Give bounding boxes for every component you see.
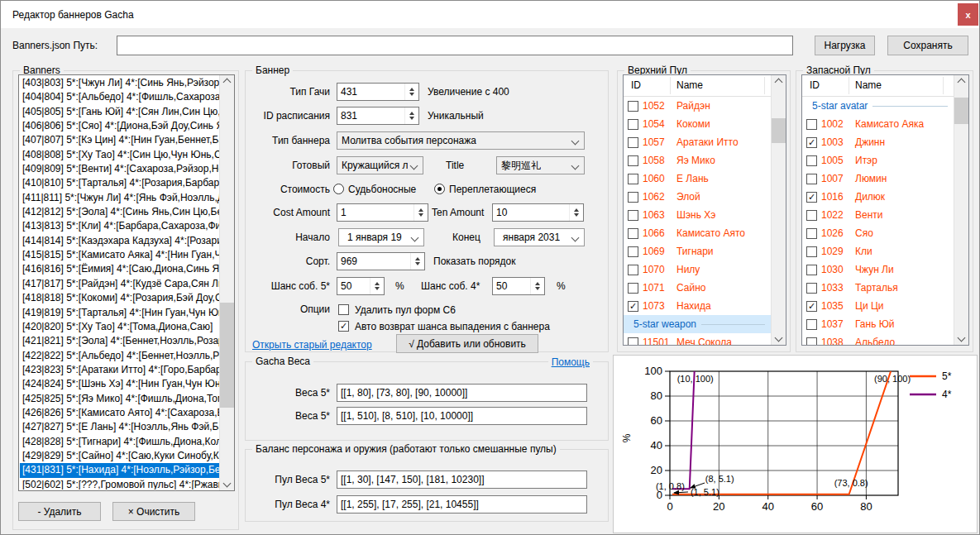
banner-list-item[interactable]: [403|803] 5*:[Чжун Ли] 4*:[Синь Янь,Рэйз… <box>20 76 219 90</box>
pool-item-row[interactable]: ✓1022Венти <box>802 206 954 224</box>
scroll-up-icon[interactable] <box>220 75 234 89</box>
delete-banner-button[interactable]: - Удалить <box>18 502 101 521</box>
pool-item-checkbox[interactable]: ✓ <box>628 337 638 346</box>
ten-amount-spinner[interactable]: 10 <box>492 203 584 222</box>
banner-list-item[interactable]: [428|828] 5*:[Тигнари] 4*:[Фишль,Диона,К… <box>20 435 219 449</box>
pool-item-checkbox[interactable]: ✓ <box>628 137 638 148</box>
spinner-arrows-icon[interactable] <box>370 278 384 294</box>
pool-item-row[interactable]: ✓1073Нахида <box>624 297 772 315</box>
banner-list-item[interactable]: [413|813] 5*:[Кли] 4*:[Барбара,Сахароза,… <box>20 219 219 233</box>
path-input[interactable] <box>117 36 793 55</box>
pool-item-checkbox[interactable]: ✓ <box>806 283 817 294</box>
banner-list-item[interactable]: [410|810] 5*:[Тарталья] 4*:[Розария,Барб… <box>20 176 219 190</box>
pool-item-checkbox[interactable]: ✓ <box>628 228 638 239</box>
intertwined-radio[interactable] <box>434 184 445 194</box>
reserve-pool-listview[interactable]: ID Name 5-star avatar✓1002Камисато Аяка✓… <box>801 74 969 346</box>
banner-list-item[interactable]: [409|809] 5*:[Венти] 4*:[Сахароза,Рэйзор… <box>20 162 219 176</box>
banner-list-item[interactable]: [423|823] 5*:[Аратаки Итто] 4*:[Горо,Бар… <box>20 363 219 377</box>
banner-list-item[interactable]: [425|825] 5*:[Яэ Мико] 4*:[Фишль,Диона,Т… <box>20 392 219 406</box>
banner-list-item[interactable]: [420|820] 5*:[Ху Тао] 4*:[Тома,Диона,Саю… <box>20 320 219 334</box>
pool-item-row[interactable]: ✓1062Элой <box>624 188 772 206</box>
pool-item-row[interactable]: ✓1038Альбедо <box>802 333 954 345</box>
banner-list-item[interactable]: [427|827] 5*:[Е Лань] 4*:[Ноэлль,Янь Фэй… <box>20 420 219 434</box>
banner-list-item[interactable]: [414|814] 5*:[Каэдэхара Кадзуха] 4*:[Роз… <box>20 234 219 248</box>
pool-item-checkbox[interactable]: ✓ <box>628 210 638 221</box>
pool-item-row[interactable]: ✓1035Ци Ци <box>802 297 954 315</box>
pool-item-row[interactable]: ✓1037Гань Юй <box>802 315 954 333</box>
prefab-combo[interactable]: Кружащийся л <box>337 156 423 174</box>
pool-item-row[interactable]: ✓1066Камисато Аято <box>624 224 772 242</box>
banner-list-item[interactable]: [421|821] 5*:[Эола] 4*:[Беннет,Ноэлль,Ро… <box>20 334 219 348</box>
pool-item-row[interactable]: ✓1054Кокоми <box>624 115 772 133</box>
pool-item-checkbox[interactable]: ✓ <box>628 155 638 166</box>
spinner-arrows-icon[interactable] <box>414 204 428 221</box>
spinner-arrows-icon[interactable] <box>404 107 418 124</box>
pool-item-row[interactable]: ✓1057Аратаки Итто <box>624 133 772 151</box>
sort-spinner[interactable]: 969 <box>337 252 425 270</box>
load-button[interactable]: Нагрузка <box>815 36 875 55</box>
start-date-combo[interactable]: 1 января 19 <box>338 228 424 246</box>
scroll-down-icon[interactable] <box>220 476 234 490</box>
fate-radio[interactable] <box>333 184 344 194</box>
banners-listbox[interactable]: [403|803] 5*:[Чжун Ли] 4*:[Синь Янь,Рэйз… <box>18 74 235 491</box>
pool-item-checkbox[interactable]: ✓ <box>806 155 817 166</box>
chance5-spinner[interactable]: 50 <box>337 277 385 295</box>
pool-weights4-input[interactable]: [[1, 255], [17, 255], [21, 10455]] <box>337 495 587 514</box>
add-or-update-button[interactable]: √ Добавить или обновить <box>396 334 538 353</box>
pool-item-checkbox[interactable]: ✓ <box>806 246 817 257</box>
pool-item-row[interactable]: ✓1052Райдэн <box>624 97 772 115</box>
pool-item-row[interactable]: ✓1016Дилюк <box>802 188 954 206</box>
pool-item-row[interactable]: ✓1007Люмин <box>802 170 954 188</box>
cost-amount-spinner[interactable]: 1 <box>337 203 428 222</box>
pool-item-row[interactable]: ✓1026Сяо <box>802 224 954 242</box>
banner-list-item[interactable]: [431|831] 5*:[Нахида] 4*:[Ноэлль,Рэйзор,… <box>20 463 219 477</box>
remove-s6-pool-checkbox[interactable]: ✓ <box>338 304 349 315</box>
auto-return-chance-checkbox[interactable]: ✓ <box>338 321 349 332</box>
close-button[interactable]: x <box>958 3 978 26</box>
open-old-editor-link[interactable]: Открыть старый редактор <box>252 339 372 351</box>
pool-item-checkbox[interactable]: ✓ <box>806 228 817 239</box>
banner-list-item[interactable]: [404|804] 5*:[Альбедо] 4*:[Фишль,Сахароз… <box>20 90 219 104</box>
upper-pool-listview[interactable]: ID Name ✓1052Райдэн✓1054Кокоми✓1057Арата… <box>623 74 786 346</box>
pool-item-checkbox[interactable]: ✓ <box>806 319 817 330</box>
spinner-arrows-icon[interactable] <box>410 253 424 270</box>
save-button[interactable]: Сохранять <box>887 36 968 55</box>
banner-list-item[interactable]: [419|819] 5*:[Тарталья] 4*:[Нин Гуан,Чун… <box>20 306 219 320</box>
banner-list-item[interactable]: [424|824] 5*:[Шэнь Хэ] 4*:[Нин Гуан,Чун … <box>20 377 219 391</box>
reserve-pool-scrollbar-thumb[interactable] <box>954 98 968 124</box>
banner-list-item[interactable]: [502|602] 5*:[???,Громовой пульс] 4*:[Рж… <box>20 478 219 490</box>
banner-list-item[interactable]: [411|811] 5*:[Чжун Ли] 4*:[Янь Фэй,Ноэлл… <box>20 191 219 205</box>
pool-item-checkbox[interactable]: ✓ <box>806 265 817 275</box>
weights5b-input[interactable]: [[1, 510], [8, 510], [10, 10000]] <box>337 407 587 425</box>
scroll-down-icon[interactable] <box>954 331 968 345</box>
banners-scrollbar-thumb[interactable] <box>220 303 234 408</box>
pool-item-row[interactable]: ✓1030Чжун Ли <box>802 260 954 279</box>
pool-item-row[interactable]: ✓1033Тарталья <box>802 279 954 297</box>
pool-item-checkbox[interactable]: ✓ <box>806 174 817 184</box>
weights5-input[interactable]: [[1, 80], [73, 80], [90, 10000]] <box>337 384 587 402</box>
banner-list-item[interactable]: [422|822] 5*:[Альбедо] 4*:[Беннет,Ноэлль… <box>20 349 219 363</box>
banner-list-item[interactable]: [407|807] 5*:[Кэ Цин] 4*:[Нин Гуан,Бенне… <box>20 133 219 147</box>
pool-item-row[interactable]: ✓11501Меч Сокола <box>624 333 772 345</box>
schedule-id-spinner[interactable]: 831 <box>337 107 419 125</box>
scroll-up-icon[interactable] <box>772 75 786 89</box>
pool-item-checkbox[interactable]: ✓ <box>628 265 638 275</box>
pool-item-checkbox[interactable]: ✓ <box>806 192 817 203</box>
spinner-arrows-icon[interactable] <box>404 84 418 100</box>
banner-list-item[interactable]: [415|815] 5*:[Камисато Аяка] 4*:[Нин Гуа… <box>20 248 219 262</box>
pool-item-checkbox[interactable]: ✓ <box>628 301 638 312</box>
clear-banners-button[interactable]: × Очистить <box>112 502 195 521</box>
upper-pool-scrollbar-thumb[interactable] <box>772 118 786 143</box>
spinner-arrows-icon[interactable] <box>530 278 544 294</box>
pool-item-checkbox[interactable]: ✓ <box>806 337 817 346</box>
banner-list-item[interactable]: [418|818] 5*:[Кокоми] 4*:[Розария,Бэй До… <box>20 291 219 305</box>
column-header-name[interactable]: Name <box>855 79 882 91</box>
pool-item-row[interactable]: ✓1070Нилу <box>624 260 772 279</box>
pool-item-row[interactable]: ✓1069Тигнари <box>624 242 772 260</box>
gacha-type-spinner[interactable]: 431 <box>337 83 419 101</box>
pool-item-row[interactable]: ✓1058Яэ Мико <box>624 151 772 170</box>
pool-item-row[interactable]: ✓1005Итэр <box>802 151 954 170</box>
banner-list-item[interactable]: [412|812] 5*:[Эола] 4*:[Синь Янь,Син Цю,… <box>20 205 219 219</box>
pool-item-row[interactable]: ✓1003Джинн <box>802 133 954 151</box>
pool-item-checkbox[interactable]: ✓ <box>806 210 817 221</box>
